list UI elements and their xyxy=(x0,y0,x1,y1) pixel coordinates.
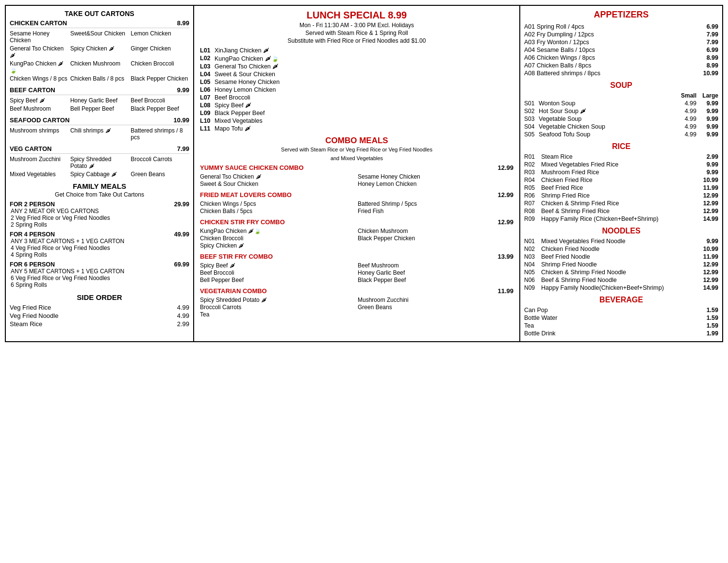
lunch-item-l07: L07 Beef Broccoli xyxy=(200,94,513,101)
list-item: Sesame Honey Chicken xyxy=(10,30,68,44)
bev-price: 1.99 xyxy=(696,330,718,337)
rice-price: 12.99 xyxy=(696,200,718,207)
rice-code: R02 xyxy=(524,161,541,168)
combo-title: COMBO MEALS xyxy=(200,136,513,146)
yummy-combo-price: 12.99 xyxy=(497,164,513,172)
family-for6-heading: FOR 6 PERSON xyxy=(10,261,55,268)
list-item: Chicken Mushroom xyxy=(358,228,513,234)
lunch-item-l05: L05 Sesame Honey Chicken xyxy=(200,79,513,85)
app-item-name: A02 Fry Dumpling / 12pcs xyxy=(524,31,696,38)
lunch-code: L10 xyxy=(200,117,215,124)
vegetarian-combo: VEGETARIAN COMBO 11.99 Spicy Shredded Po… xyxy=(200,287,513,318)
fried-meat-combo-items: Chicken Wings / 5pcs Battered Shrimp / 5… xyxy=(200,200,513,215)
list-item: Chicken Broccoli xyxy=(200,235,356,242)
bev-price: 1.59 xyxy=(696,315,718,321)
app-item-name: A01 Spring Roll / 4pcs xyxy=(524,23,696,30)
veg-carton-header: VEG CARTON 7.99 xyxy=(10,145,189,154)
noodle-name: Shrimp Fried Noodle xyxy=(541,261,696,268)
lunch-item-l04: L04 Sweet & Sour Chicken xyxy=(200,71,513,78)
noodle-n05: N05 Chicken & Shrimp Fried Noodle 12.99 xyxy=(524,268,718,276)
app-item-price: 10.99 xyxy=(696,70,718,77)
rice-name: Mixed Vegetables Fried Rice xyxy=(541,161,696,168)
soup-code: S02 xyxy=(524,108,539,115)
list-item: Spicy Beef 🌶 xyxy=(200,262,356,269)
app-a06: A06 Chicken Wings / 8pcs 8.99 xyxy=(524,54,718,62)
soup-large-price: 9.99 xyxy=(696,131,718,138)
beef-stirfry-combo: BEEF STIR FRY COMBO 13.99 Spicy Beef 🌶 B… xyxy=(200,253,513,283)
family-for4: FOR 4 PERSON 49.99 ANY 3 MEAT CARTONS + … xyxy=(10,231,189,258)
beef-carton-label: BEEF CARTON xyxy=(10,86,55,94)
list-item: Bell Pepper Beef xyxy=(200,277,356,283)
lunch-item-l11: L11 Mapo Tofu 🌶 xyxy=(200,125,513,132)
lunch-code: L11 xyxy=(200,125,215,132)
app-item-price: 8.99 xyxy=(696,62,718,69)
app-item-name: A04 Sesame Balls / 10pcs xyxy=(524,47,696,53)
lunch-desc: Spicy Beef 🌶 xyxy=(215,102,513,109)
list-item: Beef Mushroom xyxy=(358,262,513,269)
rice-name: Mushroom Fried Rice xyxy=(541,169,696,176)
side-veg-fried-rice: Veg Fried Rice 4.99 xyxy=(10,303,189,312)
app-item-price: 8.99 xyxy=(696,54,718,61)
lunch-sub: Substitute with Fried Rice or Fried Nood… xyxy=(200,37,513,44)
noodle-n06: N06 Beef & Shrimp Fried Noodle 12.99 xyxy=(524,276,718,284)
chicken-carton-label: CHICKEN CARTON xyxy=(10,19,67,27)
soup-small-price: 4.99 xyxy=(675,116,696,122)
lunch-hours: Mon - Fri 11:30 AM - 3:00 PM Excl. Holid… xyxy=(200,22,513,29)
lunch-item-l01: L01 XinJiang Chicken 🌶 xyxy=(200,47,513,54)
list-item: Black Pepper Chicken xyxy=(358,235,513,242)
noodle-code: N05 xyxy=(524,269,541,276)
rice-name: Happy Family Rice (Chicken+Beef+Shrimp) xyxy=(541,215,696,222)
lunch-code: L09 xyxy=(200,110,215,116)
page: TAKE OUT CARTONS CHICKEN CARTON 8.99 Ses… xyxy=(0,0,728,347)
veg-carton-items: Mushroom Zucchini Spicy Shredded Potato … xyxy=(10,155,189,178)
side-steam-rice: Steam Rice 2.99 xyxy=(10,320,189,328)
rice-r01: R01 Steam Rice 2.99 xyxy=(524,153,718,161)
beef-stirfry-combo-price: 13.99 xyxy=(497,253,513,261)
rice-title: RICE xyxy=(524,142,718,151)
lunch-item-l08: L08 Spicy Beef 🌶 xyxy=(200,102,513,109)
side-veg-fried-noodle: Veg Fried Noodle 4.99 xyxy=(10,312,189,320)
side-item-name: Veg Fried Noodle xyxy=(10,312,58,319)
noodle-price: 9.99 xyxy=(696,238,718,245)
rice-r04: R04 Chicken Fried Rice 10.99 xyxy=(524,176,718,184)
bev-can-pop: Can Pop 1.59 xyxy=(524,306,718,314)
noodle-name: Mixed Vegetables Fried Noodle xyxy=(541,238,696,245)
left-column: TAKE OUT CARTONS CHICKEN CARTON 8.99 Ses… xyxy=(5,5,194,342)
rice-code: R05 xyxy=(524,184,541,191)
veg-carton-price: 7.99 xyxy=(177,145,189,152)
list-item: Spicy Shredded Potato 🌶 xyxy=(70,155,129,170)
lunch-code: L05 xyxy=(200,79,215,85)
list-item: Green Beans xyxy=(131,170,189,178)
noodles-title: NOODLES xyxy=(524,227,718,235)
soup-s02: S02 Hot Sour Soup 🌶 4.99 9.99 xyxy=(524,107,718,115)
vegetarian-combo-price: 11.99 xyxy=(497,287,513,296)
soup-s01: S01 Wonton Soup 4.99 9.99 xyxy=(524,99,718,107)
noodle-n02: N02 Chicken Fried Noodle 10.99 xyxy=(524,245,718,253)
list-item: Lemon Chicken xyxy=(131,30,189,44)
list-item: Sesame Honey Chicken xyxy=(358,173,513,180)
noodle-n03: N03 Beef Fried Noodle 11.99 xyxy=(524,253,718,261)
seafood-carton-label: SEAFOOD CARTON xyxy=(10,116,69,124)
family-meals-title: FAMILY MEALS xyxy=(10,182,189,190)
lunch-item-l09: L09 Black Pepper Beef xyxy=(200,110,513,116)
rice-code: R07 xyxy=(524,200,541,207)
noodle-code: N09 xyxy=(524,284,541,291)
app-a03: A03 Fry Wonton / 12pcs 7.99 xyxy=(524,38,718,46)
rice-price: 2.99 xyxy=(696,153,718,160)
beef-stirfry-combo-name: BEEF STIR FRY COMBO xyxy=(200,253,273,260)
list-item: Spicy Beef 🌶 xyxy=(10,97,68,104)
lunch-item-l02: L02 KungPao Chicken 🌶🍃 xyxy=(200,55,513,62)
soup-name: Seafood Tofu Soup xyxy=(539,131,675,138)
list-item: KungPao Chicken 🌶🍃 xyxy=(10,60,68,74)
app-item-name: A07 Chicken Balls / 8pcs xyxy=(524,62,696,69)
rice-name: Steam Rice xyxy=(541,153,696,160)
list-item: General Tso Chicken 🌶 xyxy=(200,173,356,180)
beverage-title: BEVERAGE xyxy=(524,296,718,304)
list-item: Broccoli Carrots xyxy=(200,304,356,311)
soup-large-price: 9.99 xyxy=(696,123,718,130)
bev-bottle-drink: Bottle Drink 1.99 xyxy=(524,330,718,337)
chicken-stirfry-combo-price: 12.99 xyxy=(497,218,513,227)
family-for4-price: 49.99 xyxy=(174,231,189,238)
side-item-name: Veg Fried Rice xyxy=(10,304,51,311)
lunch-included: Served with Steam Rice & 1 Spring Roll xyxy=(200,30,513,36)
